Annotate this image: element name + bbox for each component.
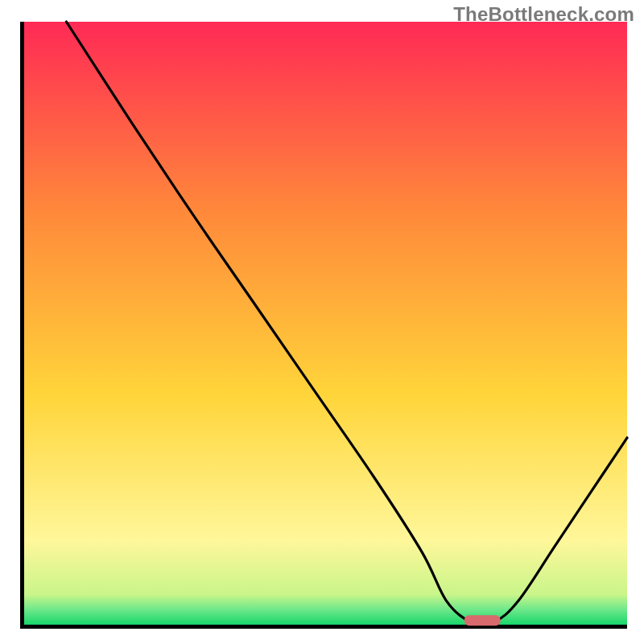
optimum-marker <box>464 615 501 625</box>
bottleneck-curve <box>66 22 627 625</box>
curve-layer <box>24 22 627 625</box>
chart-stage: TheBottleneck.com <box>0 0 644 644</box>
